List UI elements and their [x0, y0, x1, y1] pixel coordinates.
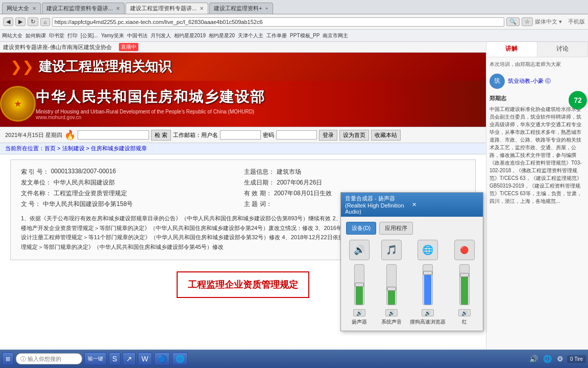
- close-tab-4[interactable]: +: [265, 6, 268, 11]
- ministry-building-bg: [384, 81, 486, 127]
- extra-icon: 🔴: [454, 240, 475, 260]
- tab-2[interactable]: 建设工程监理资料专题讲... ✕: [42, 3, 125, 14]
- slider-handle-1[interactable]: [355, 283, 364, 287]
- meta-label-7: 文 号：: [21, 200, 41, 209]
- mobile-label: 手机版: [568, 18, 585, 26]
- close-tab-2[interactable]: ✕: [116, 6, 120, 11]
- slider-label-3: 搜狗高速浏览器: [410, 318, 446, 326]
- taskbar-search-input[interactable]: [16, 353, 82, 364]
- taskbar-app-360[interactable]: ↗: [122, 352, 136, 365]
- mute-button-1[interactable]: 🔊: [353, 309, 365, 316]
- media-label: 媒体中文 ▾: [535, 18, 562, 26]
- bookmark-7[interactable]: 中国书法: [127, 32, 148, 39]
- bookmark-2[interactable]: 如何购课: [26, 32, 46, 39]
- password-input[interactable]: [276, 130, 317, 140]
- refresh-button[interactable]: ↻: [28, 17, 38, 26]
- forward-button[interactable]: ▶: [15, 17, 26, 26]
- tab-3[interactable]: 建设工程监理资料专题讲... ✕: [126, 3, 208, 14]
- bookmark-4[interactable]: 打印: [67, 32, 78, 39]
- page-header-title: 建设工程监理相关知识: [39, 58, 172, 76]
- user-avatar: 筑: [489, 74, 505, 89]
- tray-settings-icon[interactable]: ⚙: [555, 355, 565, 363]
- vm-tab-device[interactable]: 设备(D): [346, 222, 376, 235]
- taskbar: ⊞ 输一键 S ↗ W 🔵 🌐 🔊 🌐 ⚙ 0 Tire: [0, 350, 588, 368]
- meta-value-4: 2007年06月26日: [277, 178, 322, 187]
- slider-track-3[interactable]: [423, 264, 433, 305]
- homepage-button[interactable]: 设为首页: [339, 130, 369, 141]
- meta-value-5: 工程监理企业资质管理规定: [54, 189, 127, 198]
- tab-4[interactable]: 建设工程监理资料+ +: [209, 3, 273, 14]
- star-button[interactable]: ☆: [522, 17, 533, 26]
- bookmarks-bar: 网站大全 如何购课 印书堂 打印 [公英]... Yamy笑来 中国书法 月刊发…: [0, 30, 588, 42]
- login-button[interactable]: 登录: [319, 130, 337, 141]
- vm-close-button[interactable]: ✕: [412, 201, 479, 208]
- tab-lecture[interactable]: 讲解: [486, 42, 537, 57]
- tab-1[interactable]: 网址大全 ✕: [2, 3, 41, 14]
- taskbar-app-blue[interactable]: 🔵: [154, 352, 170, 365]
- slider-handle-2[interactable]: [387, 287, 396, 291]
- tray-sound-icon[interactable]: 🔊: [528, 355, 540, 363]
- tray-network-icon[interactable]: 🌐: [542, 355, 553, 363]
- home-button[interactable]: ⌂: [40, 18, 50, 26]
- tab-discussion[interactable]: 讨论: [537, 42, 589, 57]
- bookmark-5[interactable]: [公英]...: [81, 32, 98, 39]
- mute-button-3[interactable]: 🔊: [422, 309, 434, 316]
- site-title: 建设资料专题讲座-佛山市南海区建筑业协会: [3, 43, 112, 51]
- live-badge: 直播中: [119, 43, 138, 51]
- slider-track-2[interactable]: [386, 264, 397, 305]
- slider-handle-4[interactable]: [460, 273, 469, 277]
- volume-mixer-overlay[interactable]: 音量合成器 - 扬声器 (Realtek High Definition Aud…: [340, 192, 483, 331]
- username-input[interactable]: [220, 130, 261, 140]
- taskbar-app-browser[interactable]: 🌐: [172, 352, 188, 365]
- mute-button-2[interactable]: 🔊: [385, 309, 398, 316]
- vm-slider-browser: 🌐 🔊 搜狗高速浏览器: [410, 240, 446, 326]
- bookmark-3[interactable]: 印书堂: [49, 32, 64, 39]
- meta-value-7: 中华人民共和国建设部令第158号: [43, 200, 133, 209]
- slider-handle-3[interactable]: [423, 271, 432, 275]
- score-badge: 72: [569, 91, 587, 109]
- vm-tab-apps[interactable]: 应用程序: [379, 222, 413, 235]
- close-tab-1[interactable]: ✕: [32, 6, 36, 11]
- meta-row-1: 索 引 号： 000013338/2007-00016: [21, 168, 242, 176]
- tab-bar: 网址大全 ✕ 建设工程监理资料专题讲... ✕ 建设工程监理资料专题讲... ✕…: [0, 0, 588, 14]
- breadcrumb: 当前所在位置：首页 > 法制建设 > 住房和城乡建设部规章: [0, 143, 486, 154]
- vm-sliders: 🔊 🔊 扬声器 🎵: [346, 240, 478, 326]
- meta-row-3: 发文单位： 中华人民共和国建设部: [21, 178, 242, 187]
- vm-slider-speaker: 🔊 🔊 扬声器: [346, 240, 373, 326]
- bookmark-button[interactable]: 收藏本站: [371, 130, 401, 141]
- close-tab-3[interactable]: ✕: [200, 6, 204, 11]
- bookmark-9[interactable]: 相约星星2019: [174, 32, 206, 39]
- fire-icon: 🔥: [64, 129, 76, 141]
- bookmark-1[interactable]: 网站大全: [2, 32, 22, 39]
- address-input[interactable]: [52, 17, 504, 27]
- search-button[interactable]: 检 索: [151, 130, 171, 141]
- search-input[interactable]: [78, 130, 149, 140]
- bookmark-11[interactable]: 天津个人主: [238, 32, 263, 39]
- meta-row-4: 生成日期： 2007年06月26日: [244, 178, 465, 187]
- vm-tabs: 设备(D) 应用程序: [346, 222, 478, 235]
- search-go-button[interactable]: 🔍: [506, 17, 520, 26]
- document-title: 工程监理企业资质管理规定: [188, 280, 298, 290]
- meta-row-2: 主题信息： 建筑市场: [244, 168, 465, 176]
- taskbar-app-word[interactable]: W: [138, 352, 152, 365]
- vm-slider-extra: 🔴 🔊 红: [451, 240, 478, 326]
- taskbar-app-sogou[interactable]: S: [109, 352, 120, 365]
- slider-fill-3: [424, 273, 431, 305]
- bookmark-14[interactable]: 南京市网主: [323, 32, 348, 39]
- bookmark-10[interactable]: 相约星星20: [209, 32, 235, 39]
- back-button[interactable]: ◀: [3, 17, 13, 26]
- bookmark-6[interactable]: Yamy笑来: [101, 32, 124, 39]
- bookmark-12[interactable]: 工作单册: [266, 32, 287, 39]
- content-area: 建设资料专题讲座-佛山市南海区建筑业协会 直播中 ❯❯ 建设工程监理相关知识 ★…: [0, 42, 588, 350]
- start-button[interactable]: ⊞: [2, 352, 14, 365]
- address-bar: ◀ ▶ ↻ ⌂ 🔍 ☆ 媒体中文 ▾ 手机版: [0, 14, 588, 30]
- slider-fill-1: [356, 285, 363, 305]
- taskbar-app-1[interactable]: 输一键: [84, 352, 107, 365]
- sidebar-tabs: 讲解 讨论: [486, 42, 588, 57]
- slider-track-1[interactable]: [354, 264, 364, 305]
- browser-window: 网址大全 ✕ 建设工程监理资料专题讲... ✕ 建设工程监理资料专题讲... ✕…: [0, 0, 588, 368]
- mute-button-4[interactable]: 🔊: [458, 309, 471, 316]
- bookmark-8[interactable]: 月刊发人: [151, 32, 171, 39]
- bookmark-13[interactable]: PPT模板_PP: [290, 32, 320, 39]
- slider-track-4[interactable]: [459, 264, 470, 305]
